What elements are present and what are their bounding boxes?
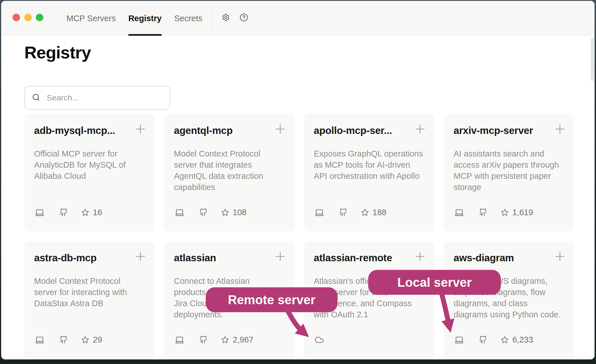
page-title: Registry bbox=[24, 43, 91, 62]
search-input[interactable] bbox=[46, 93, 156, 103]
tab-bar: MCP ServersRegistrySecrets bbox=[66, 1, 202, 36]
server-card[interactable]: apollo-mcp-ser... Exposes GraphQL operat… bbox=[304, 114, 434, 232]
header-divider bbox=[213, 5, 213, 32]
star-icon bbox=[361, 208, 369, 217]
add-server-button[interactable] bbox=[274, 122, 287, 136]
laptop-icon bbox=[454, 208, 464, 217]
laptop-icon bbox=[175, 208, 184, 217]
title-bar: MCP ServersRegistrySecrets bbox=[1, 1, 595, 36]
local-server-callout: Local server bbox=[368, 270, 501, 295]
server-meta: 188 bbox=[315, 207, 386, 217]
add-server-button[interactable] bbox=[413, 250, 427, 263]
star-count: 1,619 bbox=[512, 208, 533, 217]
star-count: 188 bbox=[372, 208, 386, 217]
tab-secrets[interactable]: Secrets bbox=[174, 1, 202, 36]
settings-button[interactable] bbox=[222, 13, 230, 23]
star-icon bbox=[221, 336, 229, 344]
star-icon bbox=[501, 336, 509, 344]
server-name: arxiv-mcp-server bbox=[454, 125, 549, 136]
server-meta: 16 bbox=[35, 207, 102, 217]
star-icon bbox=[501, 208, 509, 217]
star-icon bbox=[81, 208, 89, 217]
registry-card-grid: adb-mysql-mcp... Official MCP server for… bbox=[24, 114, 574, 359]
laptop-icon bbox=[35, 335, 44, 345]
add-server-button[interactable] bbox=[274, 250, 287, 263]
help-button[interactable] bbox=[240, 13, 248, 23]
server-card[interactable]: agentql-mcp Model Context Protocol serve… bbox=[164, 114, 294, 232]
server-name: adb-mysql-mcp... bbox=[34, 125, 130, 136]
tab-registry[interactable]: Registry bbox=[128, 1, 162, 36]
github-icon bbox=[339, 208, 348, 217]
star-count: 29 bbox=[93, 335, 102, 345]
github-icon bbox=[59, 208, 68, 217]
minimize-window-button[interactable] bbox=[24, 14, 32, 21]
star-icon bbox=[221, 208, 229, 217]
add-server-button[interactable] bbox=[553, 122, 566, 136]
github-icon bbox=[199, 335, 208, 344]
search-icon bbox=[32, 93, 40, 103]
server-name: astra-db-mcp bbox=[34, 252, 130, 264]
github-icon bbox=[479, 208, 487, 217]
star-count: 108 bbox=[233, 208, 246, 217]
server-card[interactable]: astra-db-mcp Model Context Protocol serv… bbox=[24, 241, 154, 359]
server-card[interactable]: adb-mysql-mcp... Official MCP server for… bbox=[24, 114, 154, 232]
server-name: atlassian-remote bbox=[314, 252, 409, 264]
server-description: AI assistants search and access arXiv pa… bbox=[454, 148, 567, 193]
server-meta: 29 bbox=[35, 335, 102, 345]
server-meta: 2,967 bbox=[175, 335, 254, 345]
cloud-icon bbox=[315, 335, 324, 345]
add-server-button[interactable] bbox=[413, 122, 427, 136]
server-meta: 108 bbox=[175, 207, 246, 217]
zoom-window-button[interactable] bbox=[36, 14, 43, 21]
laptop-icon bbox=[454, 335, 464, 345]
server-description: Exposes GraphQL operations as MCP tools … bbox=[314, 148, 427, 182]
search-box[interactable] bbox=[24, 86, 170, 110]
gear-icon bbox=[222, 17, 230, 22]
server-card[interactable]: aws-diagram Generate AWS diagrams, seque… bbox=[444, 241, 574, 359]
laptop-icon bbox=[35, 208, 44, 217]
app-window: MCP ServersRegistrySecrets Registry bbox=[1, 1, 595, 359]
server-meta: 6,233 bbox=[454, 335, 533, 345]
help-icon bbox=[240, 18, 248, 23]
laptop-icon bbox=[315, 208, 324, 217]
server-meta: 1,619 bbox=[454, 207, 533, 217]
server-name: agentql-mcp bbox=[174, 125, 270, 136]
tab-mcp-servers[interactable]: MCP Servers bbox=[66, 1, 116, 36]
star-count: 16 bbox=[93, 208, 102, 217]
star-icon bbox=[81, 336, 89, 344]
star-count: 6,233 bbox=[512, 335, 533, 345]
server-name: apollo-mcp-ser... bbox=[314, 125, 409, 136]
close-window-button[interactable] bbox=[13, 14, 20, 21]
server-description: Model Context Protocol server for intera… bbox=[34, 276, 148, 309]
add-server-button[interactable] bbox=[553, 250, 566, 263]
github-icon bbox=[199, 208, 208, 217]
server-description: Model Context Protocol server that integ… bbox=[174, 148, 287, 193]
star-count: 2,967 bbox=[233, 335, 254, 345]
server-name: aws-diagram bbox=[454, 252, 549, 264]
server-name: atlassian bbox=[174, 252, 270, 264]
server-meta bbox=[315, 335, 324, 345]
remote-server-callout: Remote server bbox=[206, 287, 338, 312]
server-card[interactable]: arxiv-mcp-server AI assistants search an… bbox=[444, 114, 574, 232]
laptop-icon bbox=[175, 335, 184, 345]
github-icon bbox=[479, 335, 487, 344]
scrollbar-thumb[interactable] bbox=[591, 38, 594, 81]
add-server-button[interactable] bbox=[134, 250, 147, 263]
github-icon bbox=[59, 335, 68, 344]
server-description: Official MCP server for AnalyticDB for M… bbox=[34, 148, 148, 182]
add-server-button[interactable] bbox=[134, 122, 147, 136]
